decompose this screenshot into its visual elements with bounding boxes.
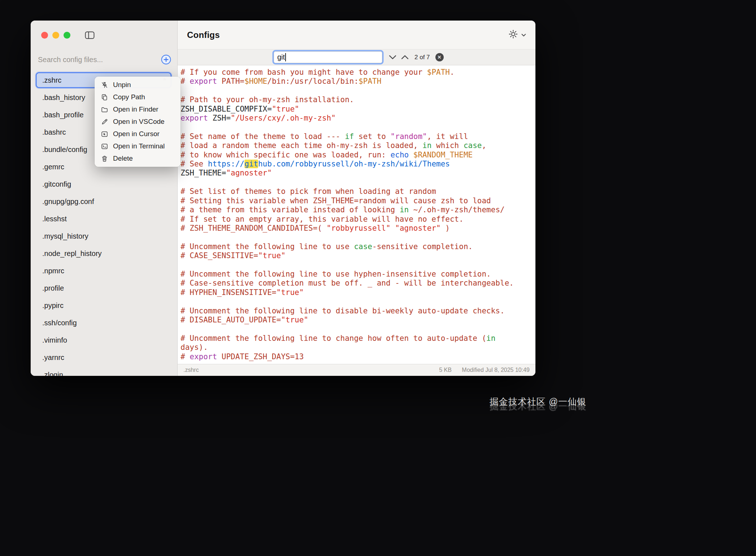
- pin-slash-icon: [101, 81, 108, 89]
- search-input[interactable]: Search config files...: [38, 56, 103, 64]
- sidebar-item-pypirc[interactable]: .pypirc: [36, 297, 171, 313]
- code-line: [181, 233, 525, 242]
- file-name: .ssh/config: [42, 319, 77, 327]
- sidebar-item-npmrc[interactable]: .npmrc: [36, 263, 171, 279]
- file-name: .gemrc: [42, 163, 64, 171]
- file-name: .zlogin: [42, 371, 63, 376]
- cursor-icon: [101, 130, 108, 138]
- code-line: [181, 123, 525, 132]
- sidebar-search: Search config files...: [38, 52, 171, 67]
- status-bar: .zshrc 5 KB Modified Jul 8, 2025 10:49: [178, 364, 535, 376]
- sidebar-item-viminfo[interactable]: .viminfo: [36, 332, 171, 348]
- find-query-text: git: [277, 53, 285, 61]
- sidebar-item-node-repl-history[interactable]: .node_repl_history: [36, 246, 171, 261]
- code-line: # export PATH=$HOME/bin:/usr/local/bin:$…: [181, 77, 525, 86]
- code-line: # ZSH_THEME_RANDOM_CANDIDATES=( "robbyru…: [181, 224, 525, 233]
- chevron-down-icon: [389, 55, 396, 60]
- sidebar-toggle-icon[interactable]: [85, 31, 95, 39]
- sidebar-item-gitconfig[interactable]: .gitconfig: [36, 176, 171, 192]
- code-line: [181, 86, 525, 95]
- menu-item-label: Open in Cursor: [113, 130, 160, 138]
- sidebar-item-ssh-config[interactable]: .ssh/config: [36, 315, 171, 331]
- code-line: [181, 325, 525, 334]
- menu-item-open-in-vscode[interactable]: Open in VSCode: [97, 116, 178, 128]
- file-name: .bash_history: [42, 94, 85, 102]
- file-name: .viminfo: [42, 336, 67, 344]
- code-line: [181, 297, 525, 306]
- file-name: .yarnrc: [42, 353, 64, 362]
- menu-item-open-in-finder[interactable]: Open in Finder: [97, 103, 178, 116]
- copy-icon: [101, 94, 108, 101]
- menu-item-unpin[interactable]: Unpin: [97, 79, 178, 91]
- find-next-button[interactable]: [388, 52, 397, 62]
- code-line: # DISABLE_AUTO_UPDATE="true": [181, 316, 525, 325]
- sidebar-item-zlogin[interactable]: .zlogin: [36, 367, 171, 376]
- code-line: # Set list of themes to pick from when l…: [181, 187, 525, 196]
- page-title: Configs: [187, 30, 220, 40]
- sidebar-item-profile[interactable]: .profile: [36, 280, 171, 296]
- find-navigation: [388, 52, 410, 62]
- file-name: .bashrc: [42, 128, 66, 136]
- zoom-button[interactable]: [64, 32, 70, 39]
- file-name: .npmrc: [42, 267, 64, 275]
- code-line: # If you come from bash you might have t…: [181, 68, 525, 77]
- sidebar-item-mysql-history[interactable]: .mysql_history: [36, 228, 171, 244]
- menu-item-copy-path[interactable]: Copy Path: [97, 91, 178, 103]
- code-line: # a theme from this variable instead of …: [181, 205, 525, 214]
- code-line: # Uncomment the following line to use hy…: [181, 270, 525, 279]
- code-line: # Path to your oh-my-zsh installation.: [181, 95, 525, 104]
- status-filename: .zshrc: [183, 367, 199, 373]
- find-bar: git 2 of 7 ✕: [178, 49, 535, 65]
- sun-icon: [508, 29, 518, 40]
- code-line: # HYPHEN_INSENSITIVE="true": [181, 288, 525, 297]
- code-line: # Setting this variable when ZSH_THEME=r…: [181, 196, 525, 205]
- sidebar-item-lesshst[interactable]: .lesshst: [36, 211, 171, 227]
- code-line: ZSH_THEME="agnoster": [181, 169, 525, 178]
- find-input[interactable]: git: [274, 51, 382, 63]
- sidebar-item-gnupg-gpg-conf[interactable]: .gnupg/gpg.conf: [36, 194, 171, 209]
- file-name: .bash_profile: [42, 111, 84, 119]
- find-close-button[interactable]: ✕: [435, 53, 444, 61]
- chevron-up-icon: [401, 55, 409, 60]
- code-line: # See https://github.com/robbyrussell/oh…: [181, 160, 525, 169]
- search-match-highlight: git: [244, 160, 258, 168]
- app-window: Search config files... .zshrc.bash_histo…: [31, 21, 535, 376]
- sidebar-item-yarnrc[interactable]: .yarnrc: [36, 349, 171, 365]
- chevron-down-icon: [521, 32, 526, 38]
- window-controls: [41, 31, 95, 39]
- status-details: 5 KB Modified Jul 8, 2025 10:49: [430, 367, 530, 373]
- code-line: [181, 178, 525, 187]
- trash-icon: [101, 155, 108, 162]
- code-line: # If set to an empty array, this variabl…: [181, 215, 525, 224]
- close-button[interactable]: [41, 32, 48, 39]
- terminal-icon: [101, 143, 108, 150]
- pencil-icon: [101, 118, 108, 126]
- menu-item-open-in-terminal[interactable]: Open in Terminal: [97, 140, 178, 152]
- code-line: # Set name of the theme to load --- if s…: [181, 132, 525, 141]
- file-name: .pypirc: [42, 301, 64, 310]
- find-previous-button[interactable]: [400, 52, 410, 62]
- match-counter: 2 of 7: [414, 54, 430, 61]
- menu-item-label: Open in Finder: [113, 105, 158, 113]
- theme-switcher[interactable]: [508, 29, 526, 40]
- code-line: # to know which specific one was loaded,…: [181, 151, 525, 160]
- code-line: # Uncomment the following line to use ca…: [181, 242, 525, 251]
- code-line: ZSH_DISABLE_COMPFIX="true": [181, 105, 525, 114]
- main-panel: Configs git: [178, 21, 535, 376]
- desktop-background: Search config files... .zshrc.bash_histo…: [0, 0, 756, 556]
- file-name: .bundle/config: [42, 145, 87, 154]
- code-editor[interactable]: # If you come from bash you might have t…: [178, 65, 535, 364]
- code-line: [181, 261, 525, 270]
- menu-item-delete[interactable]: Delete: [97, 152, 178, 165]
- plus-circle-icon[interactable]: [161, 54, 171, 65]
- code-line: # Case-sensitive completion must be off.…: [181, 279, 525, 288]
- minimize-button[interactable]: [52, 32, 59, 39]
- status-modified: Modified Jul 8, 2025 10:49: [462, 367, 530, 373]
- menu-item-open-in-cursor[interactable]: Open in Cursor: [97, 128, 178, 140]
- menu-item-label: Copy Path: [113, 93, 145, 101]
- file-name: .gnupg/gpg.conf: [42, 197, 94, 206]
- file-name: .profile: [42, 284, 64, 292]
- folder-icon: [101, 106, 108, 113]
- file-name: .gitconfig: [42, 180, 71, 188]
- status-filesize: 5 KB: [439, 367, 452, 373]
